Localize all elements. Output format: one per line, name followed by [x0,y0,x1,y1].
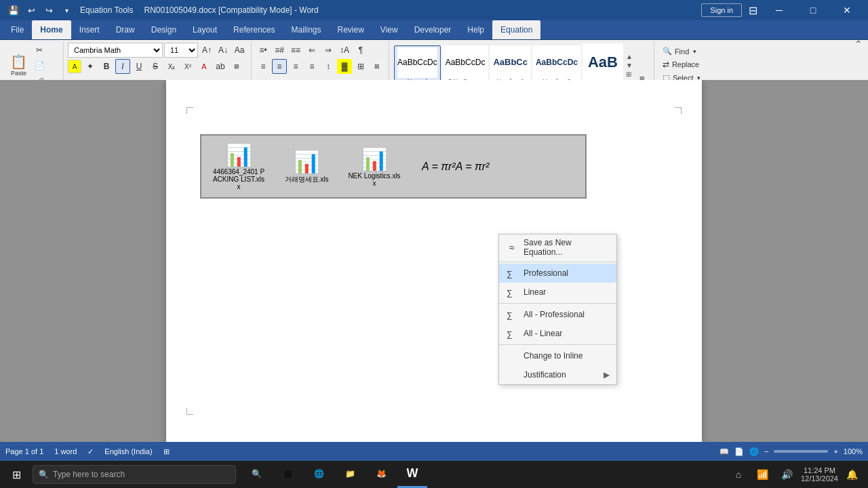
taskbar-network-icon[interactable]: 📶 [752,464,774,485]
highlight-button[interactable]: A [68,60,81,73]
align-right-button[interactable]: ≡ [288,59,303,74]
styles-expand[interactable]: ⊞ [625,70,633,79]
paragraph-settings-button[interactable]: ⊠ [370,59,384,74]
customize-qa-button[interactable]: ▾ [58,2,75,18]
ctx-all-professional[interactable]: ∑ All - Professional [499,305,616,324]
font-color-button[interactable]: A [197,59,212,74]
font-family-select[interactable]: Cambria Math [68,43,163,58]
strikethrough-button[interactable]: S [148,59,163,74]
file-3-icon: 📊 [361,146,388,172]
taskbar-explorer-btn[interactable]: 📁 [335,461,365,488]
embedded-content[interactable]: 📊 4466364_2401 PACKING LIST.xlsx 📊 거래명세표… [200,134,587,199]
decrease-font-button[interactable]: A↓ [216,43,231,58]
styles-scroll-down[interactable]: ▼ [625,62,633,70]
ctx-change-inline[interactable]: Change to Inline [499,346,616,365]
taskbar-volume-icon[interactable]: 🔊 [776,464,798,485]
font-size-select[interactable]: 11 [164,43,198,58]
taskbar-word-btn[interactable]: W [397,461,427,488]
align-left-button[interactable]: ≡ [256,59,271,74]
multilevel-list-button[interactable]: ≡≡ [288,43,303,58]
sort-button[interactable]: ↕A [337,43,352,58]
sign-in-button[interactable]: Sign in [701,3,742,17]
equation-display[interactable]: A = πr²A = πr² [422,161,489,173]
clear-format-button[interactable]: ✦ [83,59,98,74]
numbering-button[interactable]: ≡# [272,43,287,58]
tab-file[interactable]: File [3,20,32,39]
ctx-all-linear[interactable]: ∑ All - Linear [499,324,616,343]
increase-indent-button[interactable]: ⇒ [321,43,336,58]
tab-review[interactable]: Review [330,20,372,39]
replace-button[interactable]: ⇄ Replace [658,58,705,70]
justification-icon [506,369,518,381]
bullets-button[interactable]: ≡• [256,43,271,58]
redo-button[interactable]: ↪ [41,2,57,18]
read-mode-button[interactable]: 📖 [719,447,729,456]
paragraph-controls: ≡• ≡# ≡≡ ⇐ ⇒ ↕A ¶ ≡ ≡ ≡ ≡ ↕ ▓ ⊞ ⊠ [256,43,384,74]
save-button[interactable]: 💾 [5,2,22,18]
file-3[interactable]: 📊 NEK Logistics.xlsx [347,146,401,187]
center-button[interactable]: ≡ [272,59,287,74]
tab-references[interactable]: References [225,20,283,39]
ctx-justification[interactable]: Justification ▶ [499,365,616,384]
language-info[interactable]: English (India) [104,447,152,455]
spelling-check-icon[interactable]: ✓ [87,447,94,456]
taskbar-search-btn[interactable]: 🔍 [241,461,271,488]
superscript-button[interactable]: X² [180,59,195,74]
close-button[interactable]: ✕ [831,0,863,20]
tab-help[interactable]: Help [459,20,492,39]
zoom-slider[interactable] [774,450,828,453]
show-hide-button[interactable]: ¶ [353,43,368,58]
styles-scroll: ▲ ▼ ⊞ [625,53,633,79]
tab-mailings[interactable]: Mailings [283,20,329,39]
zoom-in-button[interactable]: + [833,447,837,455]
print-layout-button[interactable]: 📄 [734,447,744,456]
increase-font-button[interactable]: A↑ [199,43,214,58]
borders-button[interactable]: ⊞ [353,59,368,74]
ctx-save-equation[interactable]: ≈ Save as New Equation... [499,235,616,260]
shading-button[interactable]: ▓ [337,59,352,74]
find-button[interactable]: 🔍 Find ▾ [658,45,705,57]
tab-equation[interactable]: Equation [492,20,540,39]
text-highlight-button[interactable]: ab [213,59,228,74]
taskbar-edge-btn[interactable]: 🌐 [304,461,334,488]
zoom-out-button[interactable]: − [764,447,768,455]
ctx-linear[interactable]: ∑ Linear [499,283,616,302]
tab-draw[interactable]: Draw [108,20,143,39]
tab-insert[interactable]: Insert [71,20,108,39]
tab-developer[interactable]: Developer [406,20,460,39]
start-button[interactable]: ⊞ [0,461,33,488]
styles-scroll-up[interactable]: ▲ [625,53,633,61]
taskbar-taskview-btn[interactable]: ▤ [273,461,302,488]
undo-button[interactable]: ↩ [23,2,39,18]
underline-button[interactable]: U [132,59,146,74]
tab-layout[interactable]: Layout [184,20,225,39]
ctx-professional[interactable]: ∑ Professional [499,264,616,283]
tab-design[interactable]: Design [143,20,184,39]
font-settings-button[interactable]: ⊠ [229,59,244,74]
subscript-button[interactable]: X₂ [164,59,179,74]
maximize-button[interactable]: □ [797,0,829,20]
tab-home[interactable]: Home [32,20,71,39]
web-layout-button[interactable]: 🌐 [749,447,759,456]
taskbar-notification-bell[interactable]: 🔔 [841,464,863,485]
file-1[interactable]: 📊 4466364_2401 PACKING LIST.xlsx [212,142,266,190]
line-spacing-button[interactable]: ↕ [321,59,336,74]
collapse-ribbon-button[interactable]: ⌃ [854,39,863,49]
change-case-button[interactable]: Aа [232,43,247,58]
justify-button[interactable]: ≡ [304,59,319,74]
tab-view[interactable]: View [372,20,406,39]
ribbon-display-button[interactable]: ⊟ [745,2,761,18]
minimize-button[interactable]: ─ [764,0,795,20]
cut-button[interactable]: ✂ [32,43,47,58]
copy-button[interactable]: 📄 [32,58,47,73]
bold-button[interactable]: B [99,59,114,74]
search-bar[interactable]: 🔍 Type here to search [33,465,236,484]
taskbar-firefox-btn[interactable]: 🦊 [366,461,396,488]
file-2[interactable]: 📊 거래명세표.xls [279,149,334,184]
decrease-indent-button[interactable]: ⇐ [304,43,319,58]
change-inline-icon [506,350,518,362]
taskbar-clock[interactable]: 11:24 PM 12/13/2024 [801,466,838,483]
macro-icon[interactable]: ⊞ [163,447,170,456]
taskbar-notification-icon[interactable]: ⌂ [728,464,749,485]
italic-button[interactable]: I [115,59,130,74]
